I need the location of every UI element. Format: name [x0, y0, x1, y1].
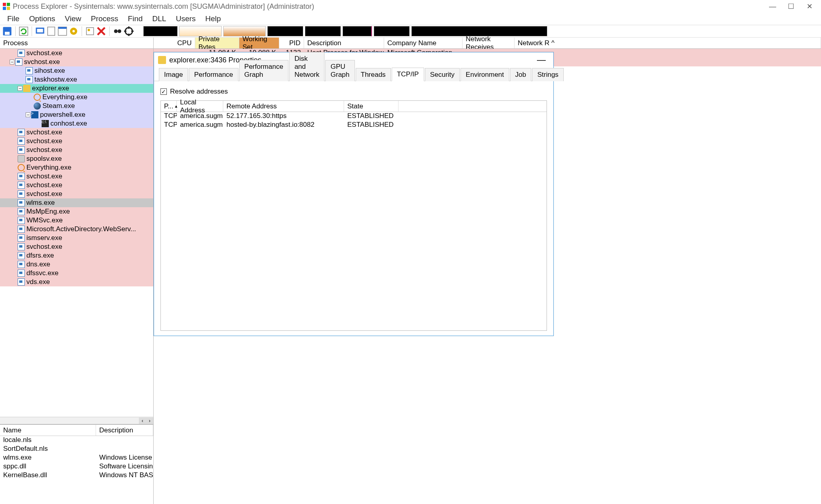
menu-options[interactable]: Options — [24, 14, 60, 24]
process-row[interactable]: dfsrs.exe — [0, 251, 153, 260]
process-row[interactable]: Everything.exe — [0, 93, 153, 102]
tree-hscroll[interactable]: ‹ › — [0, 417, 153, 424]
lower-name-header[interactable]: Name — [0, 425, 96, 436]
dialog-tabs: ImagePerformancePerformance GraphDisk an… — [154, 68, 553, 81]
process-name: MsMpEng.exe — [26, 208, 70, 216]
process-row[interactable]: MsMpEng.exe — [0, 207, 153, 216]
process-row[interactable]: −>powershell.exe — [0, 110, 153, 119]
net-r-header[interactable]: Network R ^ — [515, 38, 821, 48]
tab-gpu-graph[interactable]: GPU Graph — [325, 60, 354, 81]
description-header[interactable]: Description — [304, 38, 384, 48]
tree-toggle-icon[interactable]: − — [18, 86, 22, 91]
process-row[interactable]: svchost.exe — [0, 190, 153, 198]
process-row[interactable]: wlms.exe — [0, 198, 153, 207]
process-row[interactable]: spoolsv.exe — [0, 154, 153, 163]
process-row[interactable]: dns.exe — [0, 260, 153, 269]
process-row[interactable]: taskhostw.exe — [0, 75, 153, 84]
process-column-header[interactable]: Process — [0, 38, 153, 49]
refresh-icon[interactable] — [19, 26, 28, 36]
menu-find[interactable]: Find — [123, 14, 148, 24]
tab-security[interactable]: Security — [425, 68, 460, 81]
process-row[interactable]: sihost.exe — [0, 66, 153, 75]
net-receives-header[interactable]: Network Receives — [463, 38, 515, 48]
close-button[interactable]: ✕ — [800, 1, 819, 12]
resolve-addresses-checkbox[interactable]: ✓ Resolve addresses — [160, 88, 547, 96]
window-icon[interactable] — [58, 26, 67, 36]
process-row[interactable]: svchost.exe — [0, 172, 153, 181]
tree-toggle-icon[interactable]: − — [10, 60, 14, 64]
company-header[interactable]: Company Name — [384, 38, 463, 48]
process-row[interactable]: C:\conhost.exe — [0, 119, 153, 128]
dialog-minimize-button[interactable]: — — [533, 55, 549, 65]
process-name: Everything.exe — [26, 164, 71, 172]
menu-help[interactable]: Help — [200, 14, 226, 24]
tab-performance[interactable]: Performance — [189, 68, 238, 81]
state-header[interactable]: State — [344, 101, 398, 112]
process-name: dns.exe — [26, 260, 50, 268]
tab-performance-graph[interactable]: Performance Graph — [239, 60, 288, 81]
maximize-button[interactable]: ☐ — [782, 1, 800, 12]
lower-row[interactable]: KernelBase.dll Windows NT BASE A — [0, 471, 153, 480]
lower-desc-header[interactable]: Description — [96, 425, 153, 436]
pid-header[interactable]: PID — [279, 38, 304, 48]
tab-threads[interactable]: Threads — [356, 68, 391, 81]
tab-job[interactable]: Job — [510, 68, 531, 81]
menu-process[interactable]: Process — [86, 14, 123, 24]
tab-image[interactable]: Image — [159, 68, 188, 81]
local-address-header[interactable]: Local Address — [177, 101, 223, 112]
process-row[interactable]: vds.exe — [0, 278, 153, 286]
lower-row[interactable]: wlms.exe Windows License Mo — [0, 454, 153, 462]
scroll-left-icon[interactable]: ‹ — [139, 418, 146, 424]
tab-tcp-ip[interactable]: TCP/IP — [392, 68, 424, 81]
process-row[interactable]: −explorer.exe — [0, 84, 153, 93]
kill-icon[interactable] — [96, 26, 106, 36]
remote-address-header[interactable]: Remote Address — [223, 101, 344, 112]
cell-state: ESTABLISHED — [344, 121, 398, 130]
cell-desc: Windows NT BASE A — [96, 471, 153, 480]
process-row[interactable]: −svchost.exe — [0, 58, 153, 66]
process-row[interactable]: svchost.exe — [0, 49, 153, 58]
cell-remote-address: 52.177.165.30:https — [223, 112, 344, 121]
private-bytes-header[interactable]: Private Bytes — [195, 38, 239, 48]
lower-row[interactable]: SortDefault.nls — [0, 445, 153, 454]
save-icon[interactable] — [2, 26, 12, 36]
handle-icon[interactable] — [85, 26, 95, 36]
properties-icon[interactable] — [46, 26, 56, 36]
find-icon[interactable] — [113, 26, 122, 36]
tab-disk-and-network[interactable]: Disk and Network — [289, 52, 324, 81]
process-row[interactable]: Microsoft.ActiveDirectory.WebServ... — [0, 225, 153, 234]
scroll-right-icon[interactable]: › — [146, 418, 153, 424]
target-icon[interactable] — [124, 26, 134, 36]
lower-row[interactable]: sppc.dll Software Licensing Cl — [0, 462, 153, 471]
cpu-header[interactable]: CPU — [154, 38, 195, 48]
process-row[interactable]: Everything.exe — [0, 163, 153, 172]
process-row[interactable]: svchost.exe — [0, 242, 153, 251]
proto-header[interactable]: P...▲ — [161, 101, 177, 112]
gear-icon[interactable] — [69, 26, 78, 36]
process-row[interactable]: ismserv.exe — [0, 234, 153, 242]
tab-strings[interactable]: Strings — [532, 68, 564, 81]
menu-view[interactable]: View — [60, 14, 86, 24]
menu-file[interactable]: File — [2, 14, 24, 24]
process-row[interactable]: svchost.exe — [0, 146, 153, 154]
cell-state: ESTABLISHED — [344, 112, 398, 121]
lower-row[interactable]: locale.nls — [0, 436, 153, 445]
menu-users[interactable]: Users — [171, 14, 200, 24]
process-row[interactable]: Steam.exe — [0, 102, 153, 110]
menu-dll[interactable]: DLL — [148, 14, 171, 24]
process-row[interactable]: svchost.exe — [0, 128, 153, 137]
exe-icon — [18, 182, 25, 189]
minimize-button[interactable]: — — [763, 1, 782, 12]
working-set-header[interactable]: Working Set — [239, 38, 279, 48]
process-row[interactable]: svchost.exe — [0, 137, 153, 146]
tab-environment[interactable]: Environment — [461, 68, 509, 81]
connection-row[interactable]: TCP america.sugm... 52.177.165.30:https … — [161, 112, 547, 121]
process-row[interactable]: svchost.exe — [0, 181, 153, 190]
sysinfo-icon[interactable] — [35, 26, 45, 36]
connection-row[interactable]: TCP america.sugm... hosted-by.blazingfas… — [161, 121, 547, 130]
process-row[interactable]: WMSvc.exe — [0, 216, 153, 225]
svg-point-17 — [118, 30, 121, 33]
ps-icon: > — [31, 111, 38, 118]
tree-toggle-icon[interactable]: − — [26, 112, 30, 117]
process-row[interactable]: dfssvc.exe — [0, 269, 153, 278]
